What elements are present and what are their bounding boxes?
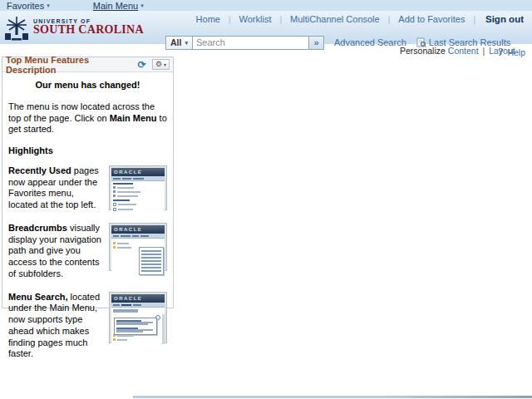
oracle-logo: ORACLE bbox=[111, 225, 165, 234]
palmetto-crest-icon bbox=[3, 13, 30, 42]
home-link[interactable]: Home bbox=[188, 14, 229, 24]
pagelet-body: Our menu has changed! The menu is now lo… bbox=[2, 72, 173, 360]
university-name-bottom: SOUTH CAROLINA bbox=[33, 24, 144, 37]
bottom-scrollbar-track[interactable] bbox=[133, 396, 532, 398]
help-link[interactable]: Help bbox=[507, 47, 525, 57]
university-logo: UNIVERSITY OF SOUTH CAROLINA bbox=[3, 13, 144, 42]
top-menu-features-pagelet: Top Menu Features Description ⟳ ⚙ ▾ Our … bbox=[2, 57, 174, 308]
thumb-typeahead-popup bbox=[114, 318, 157, 335]
thumb-submenu bbox=[139, 247, 164, 275]
banner-text: Our menu has changed! bbox=[8, 80, 167, 91]
toolbar-separator: | bbox=[481, 46, 487, 56]
recently-used-thumbnail: ORACLE bbox=[109, 165, 167, 210]
pagelet-options-button[interactable]: ⚙ ▾ bbox=[152, 59, 170, 70]
favorites-menu-label: Favorites bbox=[7, 1, 44, 11]
feature-text: Menu Search, located under the Main Menu… bbox=[8, 292, 105, 361]
top-menubar: Favorites ▾ Main Menu ▾ bbox=[0, 0, 532, 12]
feature-term: Breadcrumbs bbox=[8, 223, 67, 233]
highlights-heading: Highlights bbox=[8, 145, 167, 157]
help-group: ? Help bbox=[498, 46, 525, 58]
oracle-logo: ORACLE bbox=[111, 168, 165, 177]
university-wordmark: UNIVERSITY OF SOUTH CAROLINA bbox=[33, 18, 144, 37]
feature-text: Recently Used pages now appear under the… bbox=[8, 165, 105, 211]
refresh-icon[interactable]: ⟳ bbox=[138, 60, 146, 70]
chevron-down-icon: ▾ bbox=[185, 40, 188, 46]
chevron-down-icon: ▾ bbox=[140, 2, 144, 8]
help-icon: ? bbox=[498, 46, 503, 58]
feature-term: Menu Search, bbox=[8, 292, 68, 302]
multichannel-console-link[interactable]: MultiChannel Console bbox=[282, 14, 388, 24]
sign-out-link[interactable]: Sign out bbox=[475, 14, 527, 24]
feature-breadcrumbs: Breadcrumbs visually display your naviga… bbox=[8, 223, 167, 280]
menu-search-thumbnail: ORACLE bbox=[109, 292, 167, 343]
personalize-label: Personalize bbox=[400, 46, 446, 56]
peoplesoft-portal-page: Favorites ▾ Main Menu ▾ bbox=[0, 0, 532, 399]
thumb-body bbox=[111, 239, 165, 272]
chevron-down-icon: ▾ bbox=[164, 62, 166, 67]
gear-icon: ⚙ bbox=[155, 61, 162, 68]
add-to-favorites-link[interactable]: Add to Favorites bbox=[390, 14, 473, 24]
main-menu[interactable]: Main Menu ▾ bbox=[88, 1, 149, 11]
thumb-body bbox=[111, 181, 165, 211]
feature-recently-used: Recently Used pages now appear under the… bbox=[8, 165, 167, 211]
intro-text-bold: Main Menu bbox=[110, 113, 157, 123]
intro-paragraph: The menu is now located across the top o… bbox=[8, 101, 167, 135]
pagelet-title: Top Menu Features Description bbox=[6, 55, 138, 75]
main-menu-label: Main Menu bbox=[93, 1, 138, 11]
header-links: Home | Worklist | MultiChannel Console |… bbox=[188, 14, 527, 24]
breadcrumbs-thumbnail: ORACLE bbox=[109, 223, 167, 271]
thumb-scrollbar bbox=[162, 314, 165, 344]
chevron-down-icon: ▾ bbox=[47, 2, 50, 8]
personalize-content-link[interactable]: Content bbox=[448, 46, 479, 56]
feature-menu-search: Menu Search, located under the Main Menu… bbox=[8, 292, 167, 361]
portal-header: UNIVERSITY OF SOUTH CAROLINA Home | Work… bbox=[0, 12, 532, 44]
pagelet-header: Top Menu Features Description ⟳ ⚙ ▾ bbox=[2, 57, 173, 72]
feature-term: Recently Used bbox=[8, 165, 71, 175]
feature-text: Breadcrumbs visually display your naviga… bbox=[8, 223, 105, 280]
oracle-logo: ORACLE bbox=[111, 294, 165, 303]
favorites-menu[interactable]: Favorites ▾ bbox=[2, 1, 55, 11]
thumb-body bbox=[111, 308, 165, 344]
worklist-link[interactable]: Worklist bbox=[231, 14, 280, 24]
